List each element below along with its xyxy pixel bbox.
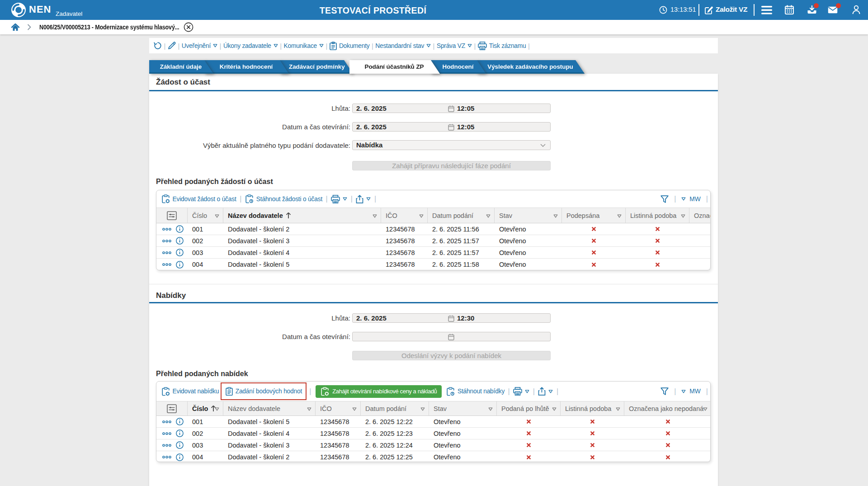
odeslani-vyzvy-button[interactable]: Odeslání výzvy k podání nabídek: [352, 351, 551, 360]
home-icon[interactable]: [11, 23, 20, 32]
print-table-button[interactable]: [331, 195, 347, 203]
calendar-small-icon[interactable]: [448, 334, 454, 340]
calendar-icon[interactable]: [785, 5, 794, 14]
column-header-stav[interactable]: Stav: [495, 208, 562, 223]
filter-icon[interactable]: [660, 387, 669, 395]
print-table-button[interactable]: [513, 387, 529, 396]
table-row[interactable]: 002 Dodavatel - školení 3 12345678 2. 6.…: [156, 235, 710, 247]
column-filter-icon[interactable]: [617, 214, 622, 218]
close-tab-icon[interactable]: [184, 22, 193, 32]
otevirani2-datetime-field[interactable]: [352, 332, 551, 341]
zahajit-otevirani-button[interactable]: Zahájit otevírání nabídkové ceny a nákla…: [316, 385, 442, 398]
row-actions-icon[interactable]: [162, 240, 171, 242]
column-filter-icon[interactable]: [552, 407, 557, 411]
row-actions-icon[interactable]: [162, 263, 171, 266]
row-info-icon[interactable]: [176, 237, 184, 245]
column-header-stav[interactable]: Stav: [429, 401, 497, 415]
column-filter-icon[interactable]: [681, 214, 685, 218]
table-row[interactable]: 002 Dodavatel - školení 4 12345678 2. 6.…: [156, 428, 710, 439]
row-info-icon[interactable]: [176, 441, 184, 449]
stahnout-zadosti-button[interactable]: Stáhnout žádosti o účast: [245, 194, 322, 203]
row-actions-icon[interactable]: [162, 444, 171, 447]
column-header-datum-podani[interactable]: Datum podání: [361, 401, 429, 415]
column-header-cislo[interactable]: Číslo: [188, 208, 223, 223]
table-row[interactable]: 001 Dodavatel - školení 2 12345678 2. 6.…: [156, 223, 710, 235]
menu-sprava-vz[interactable]: Správa VZ: [437, 42, 472, 49]
column-header-oznacena[interactable]: Označena jako nepodaná: [689, 208, 711, 223]
row-info-icon[interactable]: [176, 453, 184, 461]
lhuta2-datetime-field[interactable]: 2. 6. 2025 12:30: [352, 313, 551, 323]
column-settings-header[interactable]: [156, 208, 188, 223]
menu-uverejneni[interactable]: Uveřejnění: [182, 42, 217, 49]
menu-ukony-zadavatele[interactable]: Úkony zadavatele: [223, 42, 278, 49]
column-header-listinna-podoba[interactable]: Listinná podoba: [626, 208, 689, 223]
breadcrumb-item[interactable]: N006/25/V00005213 - Modernizace systému …: [39, 20, 179, 34]
filter-icon[interactable]: [660, 195, 669, 203]
tab-zakladni-udaje[interactable]: Základní údaje: [149, 60, 213, 74]
tab-kriteria-hodnoceni[interactable]: Kritéria hodnocení: [204, 60, 289, 74]
column-header-nazev-dodavatele[interactable]: Název dodavatele: [223, 401, 316, 415]
otevirani-datetime-field[interactable]: 2. 6. 2025 12:05: [352, 122, 551, 132]
row-actions-icon[interactable]: [162, 420, 171, 423]
column-filter-icon[interactable]: [486, 214, 491, 218]
table-row[interactable]: 003 Dodavatel - školení 4 12345678 2. 6.…: [156, 247, 710, 259]
column-header-ico[interactable]: IČO: [316, 401, 361, 415]
row-actions-icon[interactable]: [162, 456, 171, 458]
column-filter-icon[interactable]: [215, 407, 219, 411]
user-views-button[interactable]: MW: [689, 388, 701, 395]
typ-podani-select[interactable]: Nabídka: [352, 140, 551, 150]
menu-nestandardni-stav[interactable]: Nestandardní stav: [375, 42, 431, 49]
row-info-icon[interactable]: [176, 429, 184, 437]
row-info-icon[interactable]: [176, 225, 184, 233]
edit-button[interactable]: [168, 42, 176, 50]
column-filter-icon[interactable]: [352, 407, 357, 411]
calendar-small-icon[interactable]: [448, 124, 454, 131]
calendar-small-icon[interactable]: [448, 105, 454, 112]
column-filter-icon[interactable]: [553, 214, 558, 218]
dropdown-arrow-icon[interactable]: [681, 390, 686, 393]
menu-hamburger-icon[interactable]: [761, 6, 772, 14]
date-value[interactable]: 2. 6. 2025: [356, 314, 387, 322]
table-row[interactable]: 003 Dodavatel - školení 3 12345678 2. 6.…: [156, 439, 710, 451]
table-settings-icon[interactable]: [167, 211, 177, 220]
zahajit-fazi-button[interactable]: Zahájit přípravu následující fáze podání: [352, 161, 551, 170]
create-vz-button[interactable]: Založit VZ: [716, 5, 747, 14]
menu-tisk-zaznamu[interactable]: Tisk záznamu: [478, 42, 526, 50]
row-actions-icon[interactable]: [162, 228, 171, 231]
column-settings-header[interactable]: [156, 401, 188, 415]
date-value[interactable]: 2. 6. 2025: [356, 104, 387, 113]
export-table-button[interactable]: [538, 387, 553, 396]
zadani-bodovych-hodnot-button[interactable]: Zadání bodových hodnot: [226, 387, 302, 396]
evidovat-zadost-button[interactable]: Evidovat žádost o účast: [161, 194, 236, 203]
evidovat-nabidku-button[interactable]: Evidovat nabídku: [161, 387, 219, 396]
tab-vysledek-zadavaciho-postupu[interactable]: Výsledek zadávacího postupu: [477, 60, 585, 74]
column-header-oznacena[interactable]: Označena jako nepodaná: [624, 401, 711, 415]
table-row[interactable]: 001 Dodavatel - školení 5 12345678 2. 6.…: [156, 416, 710, 428]
menu-komunikace[interactable]: Komunikace: [284, 42, 324, 49]
create-vz-icon[interactable]: [704, 5, 713, 14]
column-filter-icon[interactable]: [373, 214, 377, 218]
column-header-cislo[interactable]: Číslo: [188, 401, 223, 415]
nen-logo-icon[interactable]: [11, 2, 26, 18]
column-header-nazev-dodavatele[interactable]: Název dodavatele: [223, 208, 381, 223]
date-value[interactable]: 2. 6. 2025: [356, 123, 387, 131]
column-header-ico[interactable]: IČO: [381, 208, 428, 223]
time-value[interactable]: 12:30: [457, 314, 474, 322]
column-filter-icon[interactable]: [616, 407, 620, 411]
tab-zadavaci-podminky[interactable]: Zadávací podmínky: [280, 60, 353, 74]
column-header-datum-podani[interactable]: Datum podání: [428, 208, 495, 223]
time-value[interactable]: 12:05: [457, 123, 474, 131]
table-row[interactable]: 004 Dodavatel - školení 5 12345678 2. 6.…: [156, 259, 710, 270]
row-actions-icon[interactable]: [162, 432, 171, 435]
user-profile-icon[interactable]: [852, 5, 861, 14]
export-table-button[interactable]: [356, 195, 371, 203]
menu-dokumenty[interactable]: Dokumenty: [330, 42, 370, 50]
column-filter-icon[interactable]: [703, 407, 708, 411]
column-filter-icon[interactable]: [420, 407, 425, 411]
column-header-podepsana[interactable]: Podepsána: [562, 208, 626, 223]
row-info-icon[interactable]: [176, 418, 184, 425]
column-header-listinna-podoba[interactable]: Listinná podoba: [561, 401, 624, 415]
row-info-icon[interactable]: [176, 249, 184, 256]
lhuta-datetime-field[interactable]: 2. 6. 2025 12:05: [352, 104, 551, 113]
calendar-small-icon[interactable]: [448, 315, 454, 322]
